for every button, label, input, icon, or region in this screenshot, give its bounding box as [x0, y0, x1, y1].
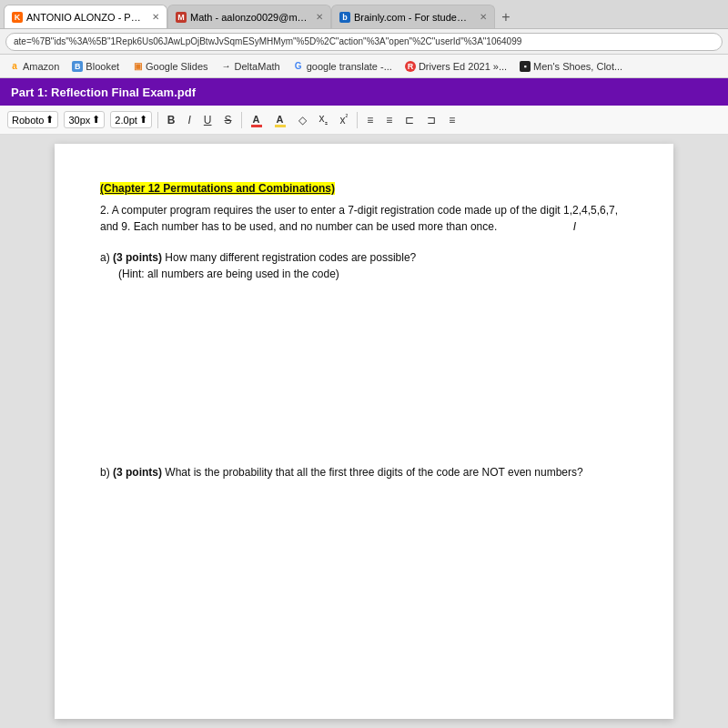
sub-b-points: (3 points)	[113, 466, 162, 479]
highlight-color-button[interactable]: A	[271, 111, 289, 129]
size-dropdown-icon: ⬆	[92, 114, 100, 126]
underline-button[interactable]: U	[200, 112, 216, 128]
font-selector[interactable]: Roboto ⬆	[7, 111, 58, 128]
font-color-button[interactable]: A	[248, 111, 266, 129]
answer-space-a	[100, 282, 628, 464]
tab-close-antonio[interactable]: ✕	[152, 12, 159, 22]
ordered-list-button[interactable]: ≡	[382, 112, 396, 128]
bookmark-label-blooket: Blooket	[86, 61, 119, 72]
font-size-value: 30px	[68, 115, 90, 126]
question-number: 2.	[100, 204, 109, 217]
browser-frame: K ANTONIO ALONZO - Part 1: Re ✕ M Math -…	[0, 0, 728, 728]
new-tab-button[interactable]: +	[495, 6, 517, 28]
bookmark-amazon[interactable]: a Amazon	[5, 60, 63, 73]
toolbar-divider-2	[241, 112, 242, 128]
document-area: Part 1: Reflection Final Exam.pdf Roboto…	[0, 78, 728, 728]
bookmark-google-slides[interactable]: ▣ Google Slides	[128, 60, 212, 73]
tab-math[interactable]: M Math - aalonzo0029@mymai ✕	[167, 5, 331, 28]
indent-decrease-button[interactable]: ⊏	[401, 112, 418, 128]
line-height-selector[interactable]: 2.0pt ⬆	[110, 111, 151, 128]
bookmark-favicon-mens-shoes: ▪	[520, 61, 531, 72]
bookmark-mens-shoes[interactable]: ▪ Men's Shoes, Clot...	[516, 60, 626, 73]
tab-favicon-antonio: K	[12, 12, 23, 23]
sub-a-text: How many different registration codes ar…	[165, 251, 416, 264]
bookmark-label-mens-shoes: Men's Shoes, Clot...	[533, 61, 622, 72]
font-name: Roboto	[12, 115, 44, 126]
bookmark-label-drivers-ed: Drivers Ed 2021 »...	[419, 61, 507, 72]
tab-label-antonio: ANTONIO ALONZO - Part 1: Re	[26, 12, 145, 23]
line-height-value: 2.0pt	[115, 115, 136, 126]
tab-brainly[interactable]: b Brainly.com - For students. By ✕	[331, 5, 495, 28]
tab-bar: K ANTONIO ALONZO - Part 1: Re ✕ M Math -…	[0, 0, 728, 29]
size-selector[interactable]: 30px ⬆	[64, 111, 105, 128]
paint-bucket-button[interactable]: ◇	[295, 112, 310, 128]
list-button[interactable]: ≡	[363, 112, 377, 128]
tab-close-math[interactable]: ✕	[316, 12, 323, 22]
cursor-indicator: I	[573, 220, 576, 233]
bookmark-blooket[interactable]: B Blooket	[68, 60, 123, 73]
tab-label-brainly: Brainly.com - For students. By	[354, 12, 472, 23]
sub-question-a: a) (3 points) How many different registr…	[100, 249, 628, 282]
address-bar[interactable]: ate=%7B"ids"%3A%5B"1Repk6Us06JAwLpOjBtwJ…	[5, 33, 723, 51]
tab-favicon-math: M	[176, 12, 187, 23]
line-height-dropdown-icon: ⬆	[139, 114, 147, 126]
question-2: 2. A computer program requires the user …	[100, 202, 628, 235]
toolbar-divider-1	[157, 112, 158, 128]
bookmark-drivers-ed[interactable]: R Drivers Ed 2021 »...	[401, 60, 511, 73]
font-dropdown-icon: ⬆	[46, 114, 54, 126]
bookmark-label-google-translate: google translate -...	[307, 61, 392, 72]
italic-button[interactable]: I	[184, 112, 194, 128]
bookmark-google-translate[interactable]: G google translate -...	[289, 60, 396, 73]
toolbar-divider-3	[357, 112, 358, 128]
bookmark-favicon-google-slides: ▣	[132, 61, 143, 72]
doc-content: (Chapter 12 Permutations and Combination…	[0, 135, 728, 728]
indent-increase-button[interactable]: ⊐	[423, 112, 440, 128]
address-bar-row: ate=%7B"ids"%3A%5B"1Repk6Us06JAwLpOjBtwJ…	[0, 29, 728, 55]
tab-close-brainly[interactable]: ✕	[480, 12, 487, 22]
address-text: ate=%7B"ids"%3A%5B"1Repk6Us06JAwLpOjBtwJ…	[14, 36, 521, 46]
sub-b-label: b)	[100, 466, 113, 479]
tab-favicon-brainly: b	[339, 12, 350, 23]
bookmark-favicon-amazon: a	[9, 61, 20, 72]
tab-label-math: Math - aalonzo0029@mymai	[190, 12, 308, 23]
sub-a-hint: (Hint: all numbers are being used in the…	[118, 268, 339, 280]
chapter-heading-container: (Chapter 12 Permutations and Combination…	[100, 180, 628, 197]
bookmark-favicon-blooket: B	[72, 61, 83, 72]
subscript-button[interactable]: x₂	[316, 110, 331, 128]
chapter-heading: (Chapter 12 Permutations and Combination…	[100, 182, 335, 195]
bookmarks-bar: a Amazon B Blooket ▣ Google Slides → Del…	[0, 55, 728, 78]
bookmark-deltamath[interactable]: → DeltaMath	[217, 60, 284, 73]
sub-a-points: (3 points)	[113, 251, 162, 264]
document-title-bar: Part 1: Reflection Final Exam.pdf	[0, 78, 728, 106]
sub-b-text: What is the probability that all the fir…	[165, 466, 582, 479]
bookmark-favicon-google-translate: G	[293, 61, 304, 72]
doc-toolbar: Roboto ⬆ 30px ⬆ 2.0pt ⬆ B I U S A	[0, 106, 728, 135]
superscript-button[interactable]: x²	[337, 111, 352, 128]
document-title: Part 1: Reflection Final Exam.pdf	[11, 86, 196, 99]
sub-a-label: a)	[100, 251, 113, 264]
bookmark-label-deltamath: DeltaMath	[235, 61, 280, 72]
align-button[interactable]: ≡	[445, 112, 459, 128]
strikethrough-button[interactable]: S	[221, 112, 236, 128]
doc-page[interactable]: (Chapter 12 Permutations and Combination…	[55, 144, 673, 719]
bookmark-label-amazon: Amazon	[23, 61, 59, 72]
bookmark-favicon-drivers-ed: R	[405, 61, 416, 72]
question-body: A computer program requires the user to …	[100, 204, 618, 233]
highlight-color-icon: A	[275, 114, 286, 127]
tab-antonio[interactable]: K ANTONIO ALONZO - Part 1: Re ✕	[4, 5, 167, 28]
font-color-icon: A	[251, 114, 262, 127]
bookmark-favicon-deltamath: →	[221, 61, 232, 72]
sub-question-b: b) (3 points) What is the probability th…	[100, 464, 628, 480]
bold-button[interactable]: B	[164, 112, 179, 128]
bookmark-label-google-slides: Google Slides	[146, 61, 208, 72]
